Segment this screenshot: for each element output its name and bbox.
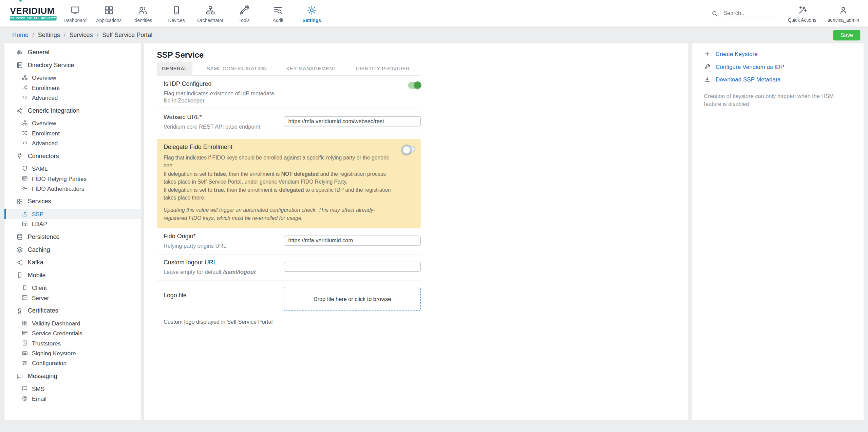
nav-item-applications[interactable]: Applications: [92, 4, 126, 23]
sidebar-item-service-credentials[interactable]: Service Credentials: [4, 328, 141, 338]
sidebar-item-services[interactable]: Services: [4, 196, 141, 206]
sidebar-item-saml[interactable]: SAML: [4, 164, 141, 173]
breadcrumb-separator: /: [97, 32, 98, 38]
sidebar-item-enrollment[interactable]: Enrollment: [4, 82, 141, 92]
breadcrumb-item-settings[interactable]: Settings: [38, 32, 60, 38]
nav-item-settings[interactable]: Settings: [295, 4, 329, 23]
app-root: VERIDIUM TRUSTED DIGITAL IDENTITY Dashbo…: [0, 0, 868, 432]
user-icon: [838, 5, 848, 15]
nav-item-tools[interactable]: Tools: [227, 4, 261, 23]
sidebar-item-ssp[interactable]: SSP: [4, 209, 141, 219]
main-content: SSP Service GENERALSAML CONFIGURATIONKEY…: [144, 43, 688, 420]
delegate-fido-label: Delegate Fido Enrollment: [164, 144, 395, 151]
sidebar-item-caching[interactable]: Caching: [4, 244, 141, 254]
tools-icon: [239, 5, 249, 15]
download-ssp-metadata-link[interactable]: Download SSP Metadata: [704, 76, 852, 83]
user-menu[interactable]: aencica_admin: [828, 4, 859, 22]
fido-origin-label: Fido Origin*: [164, 233, 277, 240]
sidebar-item-messaging[interactable]: Messaging: [4, 371, 141, 381]
sidebar-item-validity-dashboard[interactable]: Validity Dashboard: [4, 318, 141, 328]
search-input[interactable]: [722, 8, 777, 18]
delegate-fido-toggle[interactable]: [402, 146, 415, 153]
page-title: SSP Service: [157, 50, 675, 60]
field-row-fido-origin: Fido Origin* Relying party origins URL: [157, 228, 421, 255]
tab-saml-configuration[interactable]: SAML CONFIGURATION: [202, 62, 272, 75]
sidebar-item-mobile[interactable]: Mobile: [4, 270, 141, 280]
enrollment-icon: [22, 130, 28, 136]
breadcrumb-separator: /: [64, 32, 65, 38]
tab-general[interactable]: GENERAL: [157, 62, 192, 75]
topbar-right: Quick Actions aencica_admin: [711, 4, 859, 22]
nav-item-audit[interactable]: Audit: [261, 4, 295, 23]
fido-origin-input[interactable]: [284, 236, 420, 245]
sidebar-item-email[interactable]: Email: [4, 394, 141, 403]
quick-actions-label: Quick Actions: [788, 17, 816, 22]
sidebar-item-persistence[interactable]: Persistence: [4, 232, 141, 242]
nav-item-label: Identities: [133, 17, 152, 23]
brand-logo[interactable]: VERIDIUM TRUSTED DIGITAL IDENTITY: [10, 6, 56, 20]
nav-item-label: Orchestrator: [197, 17, 223, 23]
tab-key-management[interactable]: KEY MANAGEMENT: [281, 62, 341, 75]
sidebar-item-advanced[interactable]: Advanced: [4, 93, 141, 102]
websec-url-input[interactable]: [284, 116, 420, 126]
fido-origin-description: Relying party origins URL: [164, 242, 277, 249]
logo-dropzone[interactable]: Drop file here or click to browse: [284, 287, 420, 311]
sidebar-item-label: Client: [32, 284, 47, 291]
field-row-logo-file: Logo file Drop file here or click to bro…: [157, 281, 421, 316]
quick-actions-button[interactable]: Quick Actions: [788, 4, 816, 22]
nav-item-dashboard[interactable]: Dashboard: [58, 4, 92, 23]
sidebar-item-general[interactable]: General: [4, 47, 141, 57]
sidebar-item-generic-integration[interactable]: Generic Integration: [4, 105, 141, 115]
ldap-icon: [22, 221, 28, 227]
sidebar-item-label: Email: [32, 395, 46, 402]
configure-veridium-as-idp-link[interactable]: Configure Veridium as IDP: [704, 63, 852, 70]
sidebar-item-label: Advanced: [32, 140, 58, 147]
sidebar-item-label: Overview: [32, 74, 56, 81]
sidebar-item-kafka[interactable]: Kafka: [4, 257, 141, 267]
nav-item-devices[interactable]: Devices: [159, 4, 193, 23]
sidebar-item-directory-service[interactable]: Directory Service: [4, 60, 141, 70]
sidebar-item-overview[interactable]: Overview: [4, 118, 141, 128]
keystore-note: Creation of keystore can only happen whe…: [704, 93, 848, 108]
sidebar-item-overview[interactable]: Overview: [4, 73, 141, 82]
sidebar-item-label: SAML: [32, 165, 48, 172]
tab-identity-provider[interactable]: IDENTITY PROVIDER: [351, 62, 415, 75]
sidebar-item-certificates[interactable]: Certificates: [4, 305, 141, 315]
field-row-websec-url: Websec URL* Veridium core REST API base …: [157, 109, 421, 135]
advanced-icon: [22, 140, 28, 146]
devices-icon: [171, 5, 182, 15]
websec-url-description: Veridium core REST API base endpoint: [164, 123, 277, 130]
sidebar-item-truststores[interactable]: Truststores: [4, 338, 141, 348]
sidebar-item-enrollment[interactable]: Enrollment: [4, 128, 141, 138]
sidebar-item-sms[interactable]: SMS: [4, 383, 141, 393]
breadcrumb-item-self-service-portal: Self Service Portal: [102, 32, 152, 38]
sidebar-item-fido-relying-parties[interactable]: FIDO Relying Parties: [4, 173, 141, 183]
custom-logout-url-input[interactable]: [284, 262, 420, 271]
create-keystore-link[interactable]: Create Keystore: [704, 51, 852, 57]
caching-icon: [16, 246, 23, 253]
logo-file-caption: Custom logo displayed in Self Service Po…: [164, 319, 421, 325]
sidebar-item-client[interactable]: Client: [4, 283, 141, 293]
sidebar-item-label: General: [28, 49, 50, 56]
sidebar-item-connectors[interactable]: Connectors: [4, 151, 141, 161]
sidebar-item-signing-keystore[interactable]: Signing Keystore: [4, 348, 141, 358]
sidebar-item-label: Validity Dashboard: [32, 320, 80, 327]
sidebar-item-label: Generic Integration: [28, 107, 80, 114]
messaging-icon: [16, 372, 23, 379]
sidebar-item-fido-authenticators[interactable]: FIDO Authenticators: [4, 184, 141, 193]
overview-icon: [22, 74, 28, 81]
save-button[interactable]: Save: [833, 30, 860, 40]
saml-icon: [22, 165, 28, 172]
sidebar-item-advanced[interactable]: Advanced: [4, 138, 141, 148]
sidebar-item-server[interactable]: Server: [4, 293, 141, 302]
sidebar-item-label: Caching: [28, 246, 50, 253]
breadcrumb-item-home[interactable]: Home: [12, 32, 29, 38]
nav-item-identities[interactable]: Identities: [126, 4, 160, 23]
nav-item-orchestrator[interactable]: Orchestrator: [193, 4, 227, 23]
sidebar-item-label: FIDO Authenticators: [32, 185, 84, 192]
sidebar-item-configuration[interactable]: Configuration: [4, 358, 141, 368]
sidebar-item-label: Certificates: [28, 307, 58, 314]
breadcrumb-item-services[interactable]: Services: [70, 32, 93, 38]
sidebar-item-ldap[interactable]: LDAP: [4, 219, 141, 229]
is-idp-configured-toggle[interactable]: [408, 82, 421, 89]
